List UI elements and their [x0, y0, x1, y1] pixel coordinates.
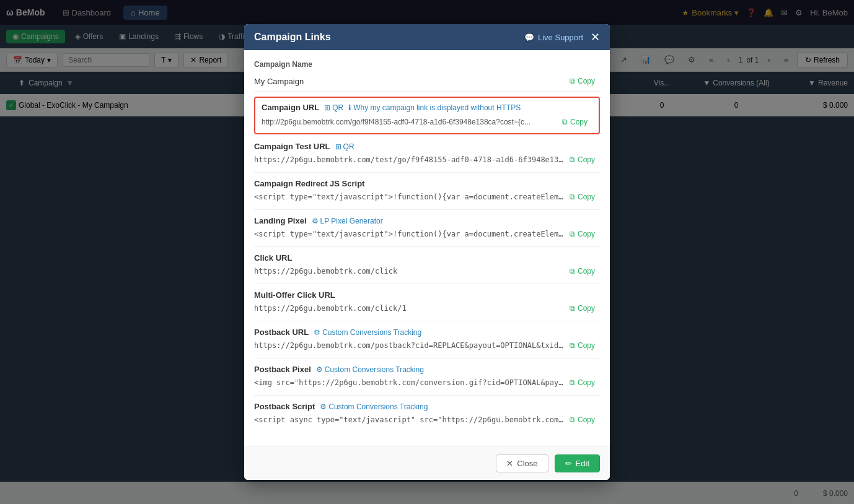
why-https-label: Why my campaign link is displayed withou… [353, 103, 521, 112]
modal-header: Campaign Links 💬 Live Support ✕ [244, 24, 610, 50]
copy-campaign-url-button[interactable]: ⧉ Copy [557, 116, 592, 116]
copy-campaign-name-button[interactable]: ⧉ Copy [565, 75, 600, 87]
modal-title: Campaign Links [254, 32, 331, 43]
chat-icon: 💬 [524, 33, 534, 42]
live-support-label: Live Support [538, 33, 583, 42]
modal-close-button[interactable]: ✕ [591, 32, 600, 43]
grid-icon: ⊞ [324, 103, 330, 112]
copy-icon: ⧉ [570, 77, 575, 85]
campaign-url-qr-link[interactable]: ⊞ QR [324, 103, 343, 112]
qr-label: QR [332, 103, 343, 112]
campaign-links-modal: Campaign Links 💬 Live Support ✕ Campaign… [244, 24, 610, 116]
url-value-row: http://2p6gu.bemobtrk.com/go/f9f48155-ad… [262, 116, 592, 116]
copy-label: Copy [578, 77, 595, 85]
campaign-url-label: Campaign URL [262, 103, 319, 112]
modal-header-right: 💬 Live Support ✕ [524, 32, 600, 43]
campaign-name-value: My Campaign [254, 77, 565, 86]
live-support[interactable]: 💬 Live Support [524, 33, 583, 42]
url-label-row: Campaign URL ⊞ QR ℹ Why my campaign link… [262, 103, 592, 112]
campaign-url-box: Campaign URL ⊞ QR ℹ Why my campaign link… [254, 97, 600, 116]
modal-overlay: Campaign Links 💬 Live Support ✕ Campaign… [0, 0, 854, 116]
campaign-name-row: My Campaign ⧉ Copy [254, 71, 600, 92]
why-https-link[interactable]: ℹ Why my campaign link is displayed with… [348, 103, 521, 112]
campaign-name-label: Campaign Name [254, 60, 600, 69]
modal-body: Campaign Name My Campaign ⧉ Copy Campaig… [244, 50, 610, 116]
info-icon: ℹ [348, 103, 351, 112]
